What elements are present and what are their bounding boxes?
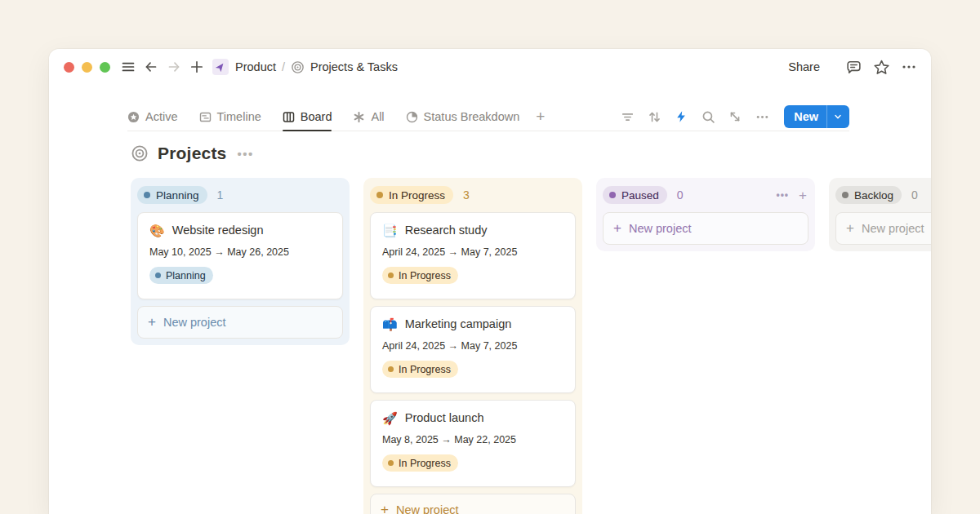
automations-button[interactable]	[674, 109, 688, 124]
view-more-button[interactable]	[755, 109, 769, 124]
card-status-badge: In Progress	[382, 454, 458, 472]
project-card[interactable]: 🚀 Product launch May 8, 2025 → May 22, 2…	[370, 400, 576, 487]
add-view-button[interactable]: +	[536, 103, 545, 131]
project-card[interactable]: 🎨 Website redesign May 10, 2025 → May 26…	[137, 212, 343, 299]
card-title: Research study	[405, 224, 488, 237]
card-date-range: May 10, 2025 → May 26, 2025	[149, 246, 331, 258]
project-card[interactable]: 📑 Research study April 24, 2025 → May 7,…	[370, 212, 576, 299]
zoom-window-button[interactable]	[100, 62, 110, 73]
column-header: In Progress 3	[370, 185, 576, 205]
plus-icon: +	[846, 221, 854, 235]
new-project-button[interactable]: + New project	[137, 306, 343, 339]
status-dot-icon	[842, 192, 849, 198]
new-button-dropdown[interactable]	[826, 105, 849, 128]
expand-diagonal-icon	[728, 110, 742, 123]
chevron-down-icon	[833, 112, 843, 122]
database-title[interactable]: Projects	[158, 144, 226, 163]
column-status-pill[interactable]: Planning	[137, 186, 207, 204]
comment-icon	[845, 59, 862, 76]
new-page-button[interactable]	[189, 60, 204, 74]
tab-active[interactable]: Active	[127, 103, 178, 131]
asterisk-icon	[353, 111, 365, 123]
plus-icon: +	[613, 221, 621, 235]
tab-all[interactable]: All	[353, 103, 384, 131]
board-columns-icon	[283, 111, 295, 123]
filter-button[interactable]	[620, 109, 635, 124]
target-icon	[291, 60, 305, 74]
plus-icon: +	[381, 503, 389, 514]
card-title-row: 🚀 Product launch	[382, 411, 564, 424]
new-project-label: New project	[629, 222, 692, 235]
breadcrumb-workspace[interactable]: Product	[235, 60, 276, 73]
column-status-pill[interactable]: Paused	[603, 186, 667, 204]
plus-icon	[189, 60, 204, 74]
forward-button[interactable]	[167, 60, 181, 74]
card-title-row: 📑 Research study	[382, 224, 564, 237]
tab-status-breakdown[interactable]: Status Breakdown	[406, 103, 520, 131]
sort-button[interactable]	[647, 109, 662, 124]
status-dot-icon	[388, 273, 394, 278]
column-status-pill[interactable]: Backlog	[835, 186, 902, 204]
favorite-button[interactable]	[872, 58, 890, 76]
status-dot-icon	[376, 192, 383, 198]
expand-button[interactable]	[728, 109, 742, 124]
target-icon	[131, 144, 149, 162]
share-button[interactable]: Share	[788, 60, 820, 73]
search-button[interactable]	[701, 109, 715, 124]
close-window-button[interactable]	[64, 62, 74, 73]
new-project-button[interactable]: + New project	[835, 212, 931, 245]
plus-icon: +	[148, 315, 156, 329]
board-column-backlog: Backlog 0 + New project	[829, 178, 931, 251]
status-dot-icon	[144, 192, 150, 198]
column-count: 3	[463, 188, 470, 202]
new-project-label: New project	[862, 222, 924, 235]
new-project-button[interactable]: + New project	[370, 494, 576, 514]
arrow-right-icon	[167, 60, 181, 74]
hamburger-icon	[121, 60, 136, 74]
column-name: Backlog	[854, 189, 893, 202]
column-name: In Progress	[389, 189, 445, 202]
status-dot-icon	[155, 273, 161, 278]
card-date-range: May 8, 2025 → May 22, 2025	[382, 434, 564, 445]
card-emoji-icon: 📫	[382, 318, 398, 330]
new-button[interactable]: New	[784, 105, 849, 128]
workspace-logo[interactable]	[212, 59, 229, 75]
sidebar-menu-button[interactable]	[121, 60, 136, 74]
app-window: Product / Projects & Tasks Share Active …	[49, 49, 931, 514]
view-toolbar: New	[620, 103, 849, 131]
lightning-bolt-icon	[675, 110, 688, 123]
window-controls	[64, 62, 110, 73]
column-count: 1	[217, 188, 224, 202]
tab-timeline[interactable]: Timeline	[199, 103, 261, 131]
tab-label: All	[371, 110, 384, 123]
column-count: 0	[911, 188, 918, 202]
card-emoji-icon: 🚀	[382, 412, 398, 424]
tab-label: Status Breakdown	[424, 110, 520, 123]
filter-icon	[621, 110, 635, 124]
card-title-row: 🎨 Website redesign	[149, 224, 331, 237]
timeline-icon	[199, 111, 212, 123]
new-button-label: New	[784, 105, 826, 128]
minimize-window-button[interactable]	[82, 62, 92, 73]
new-project-button[interactable]: + New project	[603, 212, 808, 245]
window-topbar: Product / Projects & Tasks Share	[49, 49, 931, 85]
new-project-label: New project	[163, 316, 226, 329]
column-more-button[interactable]: •••	[776, 190, 789, 200]
title-more-button[interactable]: •••	[237, 147, 253, 161]
column-header: Paused 0 ••• +	[603, 185, 808, 205]
board-column-paused: Paused 0 ••• + + New project	[596, 178, 815, 251]
breadcrumb-page[interactable]: Projects & Tasks	[310, 60, 398, 73]
board-column-planning: Planning 1 🎨 Website redesign May 10, 20…	[131, 178, 350, 345]
board-column-in-progress: In Progress 3 📑 Research study April 24,…	[363, 178, 582, 514]
project-card[interactable]: 📫 Marketing campaign April 24, 2025 → Ma…	[370, 306, 576, 393]
status-dot-icon	[388, 366, 394, 372]
back-button[interactable]	[144, 60, 158, 74]
card-status-badge: In Progress	[382, 267, 458, 284]
column-add-button[interactable]: +	[799, 188, 807, 202]
comments-button[interactable]	[844, 58, 862, 76]
tab-board[interactable]: Board	[283, 103, 332, 131]
pie-chart-icon	[406, 111, 418, 123]
column-status-pill[interactable]: In Progress	[370, 186, 453, 204]
more-options-button[interactable]	[900, 58, 918, 76]
card-title: Marketing campaign	[405, 317, 512, 330]
